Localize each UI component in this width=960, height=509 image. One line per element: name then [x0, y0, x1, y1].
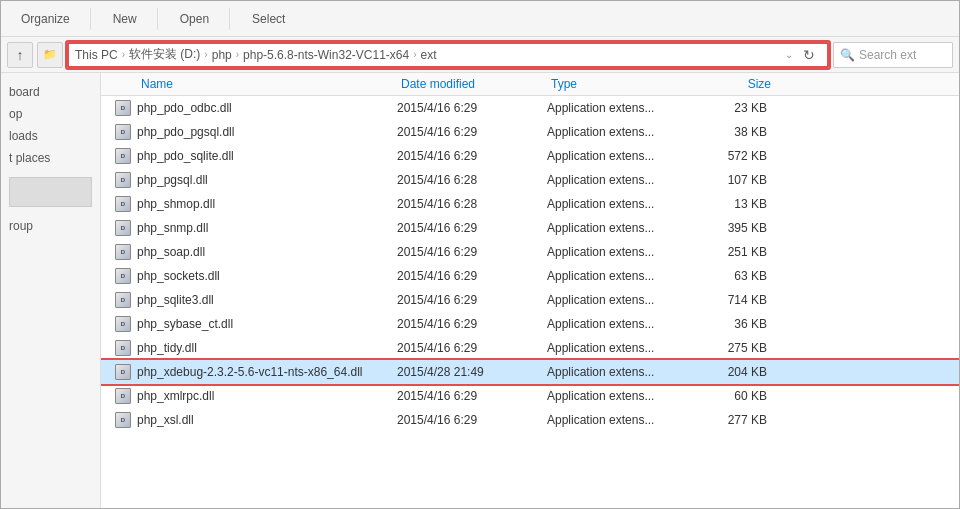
toolbar-section-new: New	[101, 8, 158, 30]
file-name: php_pdo_pgsql.dll	[137, 125, 397, 139]
sidebar-item-roup[interactable]: roup	[1, 215, 100, 237]
addressbar-row: ↑ 📁 This PC › 软件安装 (D:) › php › php-5.6.…	[1, 37, 959, 73]
file-date: 2015/4/16 6:29	[397, 317, 547, 331]
file-date: 2015/4/16 6:29	[397, 149, 547, 163]
dll-icon: D	[115, 292, 131, 308]
dll-icon: D	[115, 268, 131, 284]
sidebar-thumb	[9, 177, 92, 207]
sidebar-item-places[interactable]: t places	[1, 147, 100, 169]
file-type: Application extens...	[547, 365, 697, 379]
file-row[interactable]: D php_pdo_pgsql.dll 2015/4/16 6:29 Appli…	[101, 120, 959, 144]
toolbar-section-open: Open	[168, 8, 230, 30]
file-type: Application extens...	[547, 269, 697, 283]
file-size: 60 KB	[697, 389, 777, 403]
search-box[interactable]: 🔍 Search ext	[833, 42, 953, 68]
file-date: 2015/4/16 6:29	[397, 101, 547, 115]
col-header-type[interactable]: Type	[551, 77, 701, 91]
file-type: Application extens...	[547, 197, 697, 211]
sidebar-label-board: board	[9, 85, 40, 99]
sidebar: board op loads t places roup	[1, 73, 101, 508]
file-row[interactable]: D php_snmp.dll 2015/4/16 6:29 Applicatio…	[101, 216, 959, 240]
file-icon: D	[113, 386, 133, 406]
file-row[interactable]: D php_sockets.dll 2015/4/16 6:29 Applica…	[101, 264, 959, 288]
file-name: php_pdo_sqlite.dll	[137, 149, 397, 163]
file-row[interactable]: D php_xsl.dll 2015/4/16 6:29 Application…	[101, 408, 959, 432]
col-header-name[interactable]: Name	[101, 77, 401, 91]
file-date: 2015/4/16 6:29	[397, 269, 547, 283]
back-button[interactable]: ↑	[7, 42, 33, 68]
crumb-php: php	[212, 48, 232, 62]
sidebar-item-board[interactable]: board	[1, 81, 100, 103]
file-name: php_sqlite3.dll	[137, 293, 397, 307]
dll-icon: D	[115, 244, 131, 260]
file-name: php_shmop.dll	[137, 197, 397, 211]
file-row[interactable]: D php_sqlite3.dll 2015/4/16 6:29 Applica…	[101, 288, 959, 312]
file-row[interactable]: D php_shmop.dll 2015/4/16 6:28 Applicati…	[101, 192, 959, 216]
file-type: Application extens...	[547, 221, 697, 235]
toolbar: Organize New Open Select	[1, 1, 959, 37]
dll-icon: D	[115, 196, 131, 212]
crumb-thispc: This PC	[75, 48, 118, 62]
sidebar-label-loads: loads	[9, 129, 38, 143]
file-row[interactable]: D php_pgsql.dll 2015/4/16 6:28 Applicati…	[101, 168, 959, 192]
file-date: 2015/4/16 6:29	[397, 221, 547, 235]
dll-icon: D	[115, 412, 131, 428]
file-date: 2015/4/16 6:28	[397, 173, 547, 187]
file-icon: D	[113, 338, 133, 358]
file-name: php_pdo_odbc.dll	[137, 101, 397, 115]
file-row[interactable]: D php_xmlrpc.dll 2015/4/16 6:29 Applicat…	[101, 384, 959, 408]
file-type: Application extens...	[547, 293, 697, 307]
file-icon: D	[113, 170, 133, 190]
address-box[interactable]: This PC › 软件安装 (D:) › php › php-5.6.8-nt…	[67, 42, 829, 68]
dll-icon: D	[115, 172, 131, 188]
up-button[interactable]: 📁	[37, 42, 63, 68]
file-type: Application extens...	[547, 245, 697, 259]
organize-button[interactable]: Organize	[9, 8, 82, 30]
file-row[interactable]: D php_pdo_sqlite.dll 2015/4/16 6:29 Appl…	[101, 144, 959, 168]
file-row[interactable]: D php_soap.dll 2015/4/16 6:29 Applicatio…	[101, 240, 959, 264]
open-button[interactable]: Open	[168, 8, 221, 30]
file-type: Application extens...	[547, 149, 697, 163]
file-name: php_xmlrpc.dll	[137, 389, 397, 403]
file-date: 2015/4/28 21:49	[397, 365, 547, 379]
refresh-button[interactable]: ↻	[797, 43, 821, 67]
col-header-date[interactable]: Date modified	[401, 77, 551, 91]
col-header-size[interactable]: Size	[701, 77, 781, 91]
dll-icon: D	[115, 124, 131, 140]
select-button[interactable]: Select	[240, 8, 297, 30]
file-size: 107 KB	[697, 173, 777, 187]
file-icon: D	[113, 194, 133, 214]
file-row[interactable]: D php_tidy.dll 2015/4/16 6:29 Applicatio…	[101, 336, 959, 360]
file-type: Application extens...	[547, 413, 697, 427]
dll-icon: D	[115, 148, 131, 164]
dll-icon: D	[115, 364, 131, 380]
dll-icon: D	[115, 388, 131, 404]
sidebar-label-roup: roup	[9, 219, 33, 233]
file-name: php_sockets.dll	[137, 269, 397, 283]
file-icon: D	[113, 362, 133, 382]
file-size: 277 KB	[697, 413, 777, 427]
toolbar-section-organize: Organize	[9, 8, 91, 30]
dll-icon: D	[115, 100, 131, 116]
sidebar-item-op[interactable]: op	[1, 103, 100, 125]
file-row[interactable]: D php_xdebug-2.3.2-5.6-vc11-nts-x86_64.d…	[101, 360, 959, 384]
file-type: Application extens...	[547, 173, 697, 187]
file-size: 36 KB	[697, 317, 777, 331]
file-date: 2015/4/16 6:29	[397, 125, 547, 139]
dll-icon: D	[115, 220, 131, 236]
file-icon: D	[113, 218, 133, 238]
file-name: php_xsl.dll	[137, 413, 397, 427]
column-headers: Name Date modified Type Size	[101, 73, 959, 96]
file-size: 38 KB	[697, 125, 777, 139]
file-icon: D	[113, 146, 133, 166]
file-row[interactable]: D php_pdo_odbc.dll 2015/4/16 6:29 Applic…	[101, 96, 959, 120]
file-name: php_pgsql.dll	[137, 173, 397, 187]
file-name: php_soap.dll	[137, 245, 397, 259]
file-row[interactable]: D php_sybase_ct.dll 2015/4/16 6:29 Appli…	[101, 312, 959, 336]
crumb-ext: ext	[421, 48, 437, 62]
file-name: php_snmp.dll	[137, 221, 397, 235]
sidebar-item-loads[interactable]: loads	[1, 125, 100, 147]
new-button[interactable]: New	[101, 8, 149, 30]
file-date: 2015/4/16 6:29	[397, 389, 547, 403]
file-type: Application extens...	[547, 125, 697, 139]
